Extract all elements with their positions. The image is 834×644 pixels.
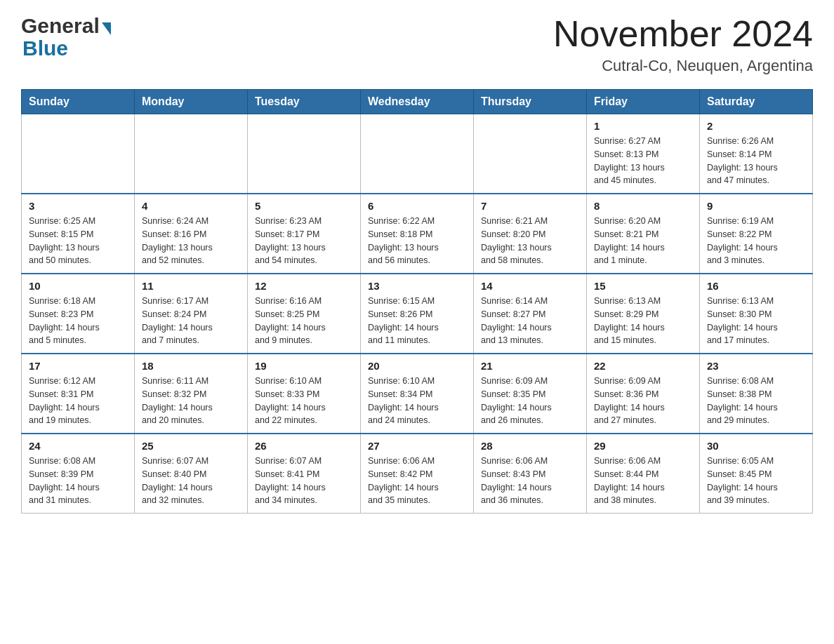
calendar-cell: 8Sunrise: 6:20 AM Sunset: 8:21 PM Daylig… [587,194,700,274]
calendar-cell [135,114,248,194]
calendar-cell: 3Sunrise: 6:25 AM Sunset: 8:15 PM Daylig… [22,194,135,274]
day-info: Sunrise: 6:12 AM Sunset: 8:31 PM Dayligh… [29,375,127,427]
day-number: 13 [368,280,466,292]
calendar-cell [248,114,361,194]
calendar-cell: 12Sunrise: 6:16 AM Sunset: 8:25 PM Dayli… [248,274,361,354]
day-info: Sunrise: 6:07 AM Sunset: 8:40 PM Dayligh… [142,455,240,507]
day-info: Sunrise: 6:06 AM Sunset: 8:42 PM Dayligh… [368,455,466,507]
day-number: 28 [481,440,579,452]
calendar-cell: 25Sunrise: 6:07 AM Sunset: 8:40 PM Dayli… [135,434,248,514]
calendar-cell: 2Sunrise: 6:26 AM Sunset: 8:14 PM Daylig… [700,114,813,194]
logo: General Blue [21,14,111,60]
day-info: Sunrise: 6:19 AM Sunset: 8:22 PM Dayligh… [707,215,805,267]
logo-triangle-icon [102,22,111,35]
day-info: Sunrise: 6:20 AM Sunset: 8:21 PM Dayligh… [594,215,692,267]
weekday-header-wednesday: Wednesday [361,90,474,114]
weekday-header-saturday: Saturday [700,90,813,114]
day-info: Sunrise: 6:25 AM Sunset: 8:15 PM Dayligh… [29,215,127,267]
calendar-week-row: 10Sunrise: 6:18 AM Sunset: 8:23 PM Dayli… [22,274,813,354]
day-number: 9 [707,200,805,212]
title-block: November 2024 Cutral-Co, Neuquen, Argent… [553,14,813,75]
day-number: 17 [29,360,127,372]
day-info: Sunrise: 6:08 AM Sunset: 8:38 PM Dayligh… [707,375,805,427]
day-info: Sunrise: 6:13 AM Sunset: 8:29 PM Dayligh… [594,295,692,347]
day-info: Sunrise: 6:11 AM Sunset: 8:32 PM Dayligh… [142,375,240,427]
calendar-cell: 30Sunrise: 6:05 AM Sunset: 8:45 PM Dayli… [700,434,813,514]
day-info: Sunrise: 6:27 AM Sunset: 8:13 PM Dayligh… [594,135,692,187]
day-number: 15 [594,280,692,292]
calendar-cell: 11Sunrise: 6:17 AM Sunset: 8:24 PM Dayli… [135,274,248,354]
calendar-cell: 23Sunrise: 6:08 AM Sunset: 8:38 PM Dayli… [700,354,813,434]
day-info: Sunrise: 6:10 AM Sunset: 8:34 PM Dayligh… [368,375,466,427]
calendar-cell: 6Sunrise: 6:22 AM Sunset: 8:18 PM Daylig… [361,194,474,274]
day-number: 11 [142,280,240,292]
calendar-cell [22,114,135,194]
calendar-cell: 9Sunrise: 6:19 AM Sunset: 8:22 PM Daylig… [700,194,813,274]
day-info: Sunrise: 6:23 AM Sunset: 8:17 PM Dayligh… [255,215,353,267]
calendar-cell: 1Sunrise: 6:27 AM Sunset: 8:13 PM Daylig… [587,114,700,194]
day-number: 16 [707,280,805,292]
day-number: 12 [255,280,353,292]
calendar-cell: 5Sunrise: 6:23 AM Sunset: 8:17 PM Daylig… [248,194,361,274]
day-info: Sunrise: 6:08 AM Sunset: 8:39 PM Dayligh… [29,455,127,507]
day-info: Sunrise: 6:06 AM Sunset: 8:44 PM Dayligh… [594,455,692,507]
calendar-cell: 15Sunrise: 6:13 AM Sunset: 8:29 PM Dayli… [587,274,700,354]
calendar-cell: 18Sunrise: 6:11 AM Sunset: 8:32 PM Dayli… [135,354,248,434]
day-number: 14 [481,280,579,292]
day-info: Sunrise: 6:22 AM Sunset: 8:18 PM Dayligh… [368,215,466,267]
location-subtitle: Cutral-Co, Neuquen, Argentina [553,57,813,75]
calendar-cell [474,114,587,194]
calendar-cell: 21Sunrise: 6:09 AM Sunset: 8:35 PM Dayli… [474,354,587,434]
day-number: 7 [481,200,579,212]
day-number: 24 [29,440,127,452]
calendar-cell: 26Sunrise: 6:07 AM Sunset: 8:41 PM Dayli… [248,434,361,514]
day-info: Sunrise: 6:13 AM Sunset: 8:30 PM Dayligh… [707,295,805,347]
day-number: 26 [255,440,353,452]
calendar-cell [361,114,474,194]
day-number: 18 [142,360,240,372]
calendar-cell: 22Sunrise: 6:09 AM Sunset: 8:36 PM Dayli… [587,354,700,434]
calendar-week-row: 1Sunrise: 6:27 AM Sunset: 8:13 PM Daylig… [22,114,813,194]
calendar-cell: 16Sunrise: 6:13 AM Sunset: 8:30 PM Dayli… [700,274,813,354]
calendar-table: SundayMondayTuesdayWednesdayThursdayFrid… [21,89,813,514]
weekday-header-thursday: Thursday [474,90,587,114]
day-number: 8 [594,200,692,212]
calendar-cell: 28Sunrise: 6:06 AM Sunset: 8:43 PM Dayli… [474,434,587,514]
day-info: Sunrise: 6:09 AM Sunset: 8:36 PM Dayligh… [594,375,692,427]
day-number: 30 [707,440,805,452]
calendar-cell: 20Sunrise: 6:10 AM Sunset: 8:34 PM Dayli… [361,354,474,434]
calendar-cell: 29Sunrise: 6:06 AM Sunset: 8:44 PM Dayli… [587,434,700,514]
day-number: 10 [29,280,127,292]
day-number: 6 [368,200,466,212]
day-number: 23 [707,360,805,372]
calendar-cell: 14Sunrise: 6:14 AM Sunset: 8:27 PM Dayli… [474,274,587,354]
day-info: Sunrise: 6:24 AM Sunset: 8:16 PM Dayligh… [142,215,240,267]
calendar-cell: 10Sunrise: 6:18 AM Sunset: 8:23 PM Dayli… [22,274,135,354]
day-info: Sunrise: 6:14 AM Sunset: 8:27 PM Dayligh… [481,295,579,347]
day-info: Sunrise: 6:07 AM Sunset: 8:41 PM Dayligh… [255,455,353,507]
calendar-cell: 19Sunrise: 6:10 AM Sunset: 8:33 PM Dayli… [248,354,361,434]
day-info: Sunrise: 6:17 AM Sunset: 8:24 PM Dayligh… [142,295,240,347]
day-number: 3 [29,200,127,212]
page-header: General Blue November 2024 Cutral-Co, Ne… [21,14,813,75]
day-info: Sunrise: 6:26 AM Sunset: 8:14 PM Dayligh… [707,135,805,187]
day-info: Sunrise: 6:05 AM Sunset: 8:45 PM Dayligh… [707,455,805,507]
day-info: Sunrise: 6:06 AM Sunset: 8:43 PM Dayligh… [481,455,579,507]
day-number: 2 [707,120,805,132]
weekday-header-tuesday: Tuesday [248,90,361,114]
logo-general-text: General [21,14,100,38]
day-number: 1 [594,120,692,132]
day-number: 20 [368,360,466,372]
weekday-header-sunday: Sunday [22,90,135,114]
calendar-cell: 13Sunrise: 6:15 AM Sunset: 8:26 PM Dayli… [361,274,474,354]
day-info: Sunrise: 6:15 AM Sunset: 8:26 PM Dayligh… [368,295,466,347]
month-year-title: November 2024 [553,14,813,54]
day-number: 21 [481,360,579,372]
calendar-week-row: 17Sunrise: 6:12 AM Sunset: 8:31 PM Dayli… [22,354,813,434]
day-number: 19 [255,360,353,372]
day-number: 22 [594,360,692,372]
day-info: Sunrise: 6:09 AM Sunset: 8:35 PM Dayligh… [481,375,579,427]
calendar-cell: 4Sunrise: 6:24 AM Sunset: 8:16 PM Daylig… [135,194,248,274]
day-info: Sunrise: 6:16 AM Sunset: 8:25 PM Dayligh… [255,295,353,347]
calendar-cell: 24Sunrise: 6:08 AM Sunset: 8:39 PM Dayli… [22,434,135,514]
